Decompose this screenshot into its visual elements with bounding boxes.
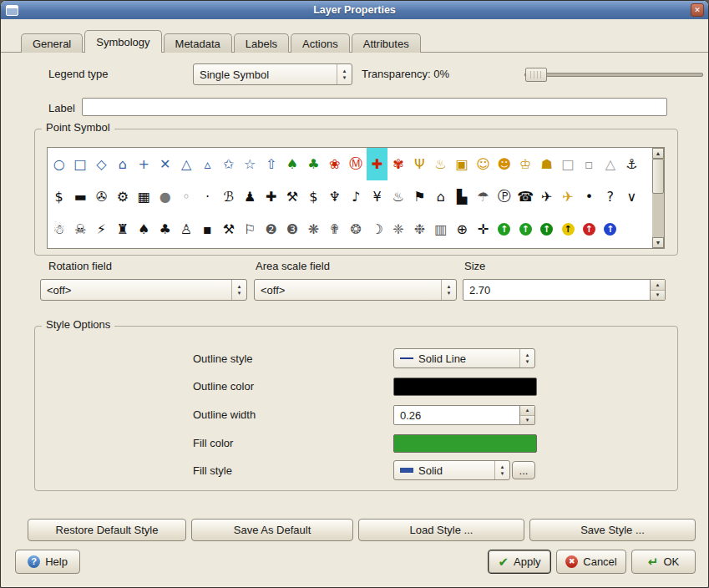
symbol-cell[interactable]: ☎	[515, 180, 536, 213]
tab-symbology[interactable]: Symbology	[84, 30, 161, 53]
symbol-cell[interactable]: +	[134, 148, 154, 180]
symbol-cell[interactable]: ☆	[240, 148, 261, 180]
symbol-cell[interactable]: ♆	[324, 180, 345, 213]
symbol-cell[interactable]: ♣	[303, 148, 324, 180]
symbol-cell[interactable]: ✟	[324, 213, 345, 246]
fill-style-combo[interactable]: Solid ▲ ▼	[393, 460, 510, 480]
symbol-cell[interactable]: ⚐	[240, 213, 261, 246]
symbol-cell[interactable]: ◇	[91, 148, 112, 180]
symbol-cell[interactable]: ♨	[387, 180, 408, 213]
close-button[interactable]: ✕	[691, 3, 704, 17]
symbol-cell[interactable]: ✚	[261, 180, 281, 213]
scroll-up-icon[interactable]: ▲	[652, 148, 664, 159]
symbol-cell[interactable]: $	[48, 180, 69, 213]
scroll-down-icon[interactable]: ▼	[652, 237, 664, 248]
tab-metadata[interactable]: Metadata	[164, 33, 232, 53]
symbol-cell[interactable]: ⊕	[451, 213, 472, 246]
symbol-cell[interactable]: ?	[600, 180, 620, 213]
symbol-cell[interactable]: ▣	[451, 148, 472, 180]
titlebar[interactable]: Layer Properties ✕	[1, 1, 708, 19]
legend-type-combo[interactable]: Single Symbol ▲ ▼	[193, 63, 352, 85]
tab-actions[interactable]: Actions	[291, 33, 350, 53]
symbol-cell[interactable]: ✈	[557, 180, 578, 213]
symbol-cell[interactable]: ↑	[600, 213, 620, 246]
slider-handle[interactable]	[525, 68, 547, 82]
symbol-cell[interactable]: Ψ	[409, 148, 430, 180]
spin-down-icon[interactable]: ▼	[651, 291, 665, 301]
cancel-button[interactable]: ✖ Cancel	[556, 550, 626, 574]
symbol-cell[interactable]: ▫	[579, 148, 600, 180]
symbol-cell[interactable]: □	[69, 148, 90, 180]
fill-style-more-button[interactable]: ...	[512, 461, 535, 479]
symbol-cell[interactable]: ❉	[409, 213, 430, 246]
spin-up-icon[interactable]: ▲	[651, 280, 665, 291]
symbol-cell[interactable]: ▵	[197, 148, 218, 180]
transparency-slider[interactable]	[524, 68, 703, 81]
symbol-cell[interactable]: ▪	[197, 213, 218, 246]
ok-button[interactable]: ↵ OK	[631, 550, 696, 574]
symbol-cell[interactable]: ❈	[387, 213, 408, 246]
symbol-cell[interactable]: Ⓟ	[494, 180, 514, 213]
symbol-cell[interactable]: ↑	[536, 213, 557, 246]
symbol-cell[interactable]: ☺	[473, 148, 494, 180]
symbol-cell[interactable]: ♠	[134, 213, 154, 246]
size-stepper[interactable]: ▲ ▼	[650, 280, 665, 300]
symbol-cell[interactable]: ⚒	[218, 213, 239, 246]
symbol-cell[interactable]: ●	[154, 180, 175, 213]
symbol-cell[interactable]: ○	[48, 148, 69, 180]
symbol-cell[interactable]: ✩	[218, 148, 239, 180]
symbol-cell[interactable]: ¥	[367, 180, 387, 213]
symbol-cell[interactable]: ☂	[473, 180, 494, 213]
symbol-cell[interactable]: □	[557, 148, 578, 180]
symbol-cell[interactable]: ∨	[621, 180, 642, 213]
symbol-cell[interactable]: ↑	[494, 213, 514, 246]
help-button[interactable]: ? Help	[15, 550, 80, 574]
symbol-cell[interactable]: ❸	[281, 213, 302, 246]
symbol-cell[interactable]: ✚	[367, 148, 387, 180]
symbol-cell[interactable]: ♨	[430, 148, 451, 180]
symbol-cell[interactable]: ⚡	[91, 213, 112, 246]
scroll-thumb[interactable]	[652, 159, 664, 194]
outline-width-stepper[interactable]: ▲ ▼	[519, 406, 534, 424]
symbol-cell[interactable]: ❀	[324, 148, 345, 180]
symbol-cell[interactable]: ♣	[154, 213, 175, 246]
area-scale-field-combo[interactable]: <off> ▲ ▼	[254, 279, 457, 301]
symbol-cell[interactable]: ✇	[91, 180, 112, 213]
restore-default-style-button[interactable]: Restore Default Style	[28, 519, 186, 541]
spin-down-icon[interactable]: ▼	[520, 416, 534, 425]
symbol-cell[interactable]: ☠	[69, 213, 90, 246]
save-style-button[interactable]: Save Style ...	[529, 519, 696, 541]
symbol-cell[interactable]: ↑	[557, 213, 578, 246]
symbol-cell[interactable]: ⇧	[261, 148, 281, 180]
symbol-cell[interactable]: ☽	[367, 213, 387, 246]
symbol-cell[interactable]: △	[600, 148, 620, 180]
symbol-cell[interactable]: ♜	[112, 213, 133, 246]
symbol-cell[interactable]: ⚙	[112, 180, 133, 213]
symbol-cell[interactable]: ☻	[494, 148, 514, 180]
symbol-cell[interactable]: •	[579, 180, 600, 213]
symbol-cell[interactable]: ▦	[134, 180, 154, 213]
label-input[interactable]	[82, 98, 667, 116]
symbol-cell[interactable]: ✕	[154, 148, 175, 180]
symbol-cell[interactable]: ⌂	[430, 180, 451, 213]
symbol-cell[interactable]: ·	[197, 180, 218, 213]
symbol-cell[interactable]: ☃	[48, 213, 69, 246]
combo-arrows-icon[interactable]: ▲ ▼	[231, 280, 246, 300]
symbol-cell[interactable]: $	[303, 180, 324, 213]
outline-style-combo[interactable]: Solid Line ▲ ▼	[393, 348, 535, 368]
tab-attributes[interactable]: Attributes	[352, 33, 421, 53]
symbol-cell[interactable]: ⚑	[409, 180, 430, 213]
outline-color-swatch[interactable]	[393, 378, 537, 396]
combo-arrows-icon[interactable]: ▲ ▼	[441, 280, 456, 300]
combo-arrows-icon[interactable]: ▲ ▼	[519, 349, 534, 368]
outline-width-spinbox[interactable]: 0.26 ▲ ▼	[393, 405, 535, 425]
symbol-scrollbar[interactable]: ▲ ▼	[652, 148, 664, 248]
tab-labels[interactable]: Labels	[234, 33, 289, 53]
symbol-cell[interactable]: ▙	[451, 180, 472, 213]
symbol-cell[interactable]: ℬ	[218, 180, 239, 213]
rotation-field-combo[interactable]: <off> ▲ ▼	[40, 279, 247, 301]
tab-general[interactable]: General	[21, 33, 83, 53]
fill-color-swatch[interactable]	[393, 434, 537, 453]
slider-groove[interactable]	[524, 73, 703, 77]
symbol-cell[interactable]: ◦	[175, 180, 196, 213]
